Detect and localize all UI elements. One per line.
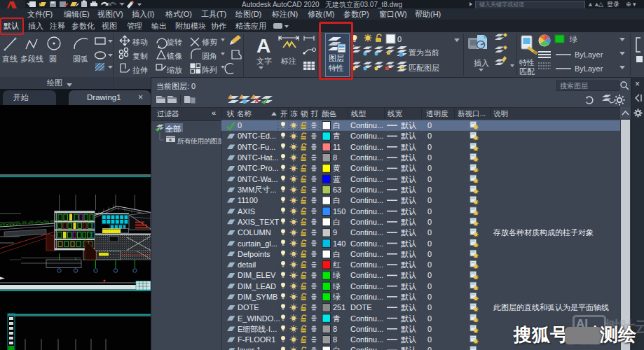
svg-text:Continu...: Continu... — [350, 143, 383, 151]
svg-text:9: 9 — [333, 228, 337, 237]
svg-text:curtain_gl...: curtain_gl... — [238, 239, 278, 248]
svg-text:青: 青 — [333, 314, 341, 323]
svg-text:Continu...: Continu... — [350, 260, 383, 269]
svg-text:白: 白 — [333, 218, 341, 226]
svg-text:DOTE: DOTE — [350, 303, 372, 312]
svg-text:Continu...: Continu... — [350, 250, 383, 258]
svg-text:默认: 默认 — [401, 314, 416, 323]
svg-text:默认: 默认 — [401, 282, 416, 290]
svg-text:默认: 默认 — [401, 250, 416, 258]
svg-text:绿: 绿 — [332, 293, 341, 301]
svg-text:DIM_ELEV: DIM_ELEV — [238, 271, 276, 279]
svg-text:0: 0 — [427, 207, 432, 216]
svg-text:白: 白 — [333, 121, 341, 130]
svg-text:0NTC-Pro...: 0NTC-Pro... — [238, 164, 279, 172]
svg-text:青: 青 — [333, 132, 341, 140]
svg-text:0: 0 — [427, 228, 432, 237]
svg-text:Continu...: Continu... — [350, 271, 383, 279]
svg-text:0: 0 — [427, 121, 432, 130]
svg-text:默认: 默认 — [401, 186, 416, 194]
svg-text:F-FLOOR1: F-FLOOR1 — [238, 335, 275, 344]
svg-text:默认: 默认 — [401, 335, 416, 344]
svg-text:E_WINDO...: E_WINDO... — [238, 314, 280, 323]
svg-text:绿: 绿 — [332, 271, 341, 279]
svg-text:蓝: 蓝 — [333, 175, 341, 183]
svg-text:默认: 默认 — [401, 271, 416, 279]
svg-text:COLUMN: COLUMN — [238, 228, 271, 237]
svg-text:150: 150 — [333, 207, 345, 216]
svg-text:8: 8 — [333, 335, 337, 344]
svg-text:A: A — [256, 35, 270, 57]
svg-text:251: 251 — [333, 303, 345, 312]
svg-text:3MM尺寸...: 3MM尺寸... — [238, 186, 277, 194]
svg-text:默认: 默认 — [401, 175, 416, 183]
svg-text:默认: 默认 — [401, 325, 416, 333]
svg-text:0NTC-Ed...: 0NTC-Ed... — [238, 132, 276, 140]
svg-text:0: 0 — [427, 239, 432, 248]
svg-text:0: 0 — [427, 346, 432, 350]
svg-text:默认: 默认 — [401, 143, 416, 151]
svg-text:detail: detail — [238, 260, 256, 269]
svg-text:0: 0 — [427, 132, 432, 140]
svg-text:8: 8 — [333, 153, 337, 162]
svg-text:Continu...: Continu... — [350, 325, 383, 333]
svg-text:默认: 默认 — [401, 239, 416, 248]
svg-text:Continu...: Continu... — [350, 132, 383, 140]
svg-text:0: 0 — [427, 250, 432, 258]
svg-text:存放各种材质构成的柱子对象: 存放各种材质构成的柱子对象 — [493, 228, 594, 237]
svg-text:Continu...: Continu... — [350, 121, 383, 130]
svg-text:Continu...: Continu... — [350, 228, 383, 237]
svg-text:0: 0 — [427, 196, 432, 204]
svg-text:黄: 黄 — [333, 164, 341, 172]
svg-text:0: 0 — [427, 175, 432, 183]
svg-text:0: 0 — [427, 325, 432, 333]
svg-text:默认: 默认 — [401, 293, 416, 301]
svg-text:Continu...: Continu... — [350, 218, 383, 226]
svg-text:白: 白 — [333, 250, 341, 258]
svg-text:默认: 默认 — [401, 132, 416, 140]
svg-text:0NTC-Fu...: 0NTC-Fu... — [238, 143, 275, 151]
svg-text:0: 0 — [427, 335, 432, 344]
svg-text:E细部线-I...: E细部线-I... — [238, 325, 277, 333]
svg-text:Continu...: Continu... — [350, 164, 383, 172]
svg-text:140: 140 — [333, 239, 345, 248]
svg-text:0: 0 — [427, 186, 432, 194]
svg-text:0: 0 — [427, 303, 432, 312]
svg-text:默认: 默认 — [401, 196, 416, 204]
svg-text:白: 白 — [333, 346, 341, 350]
svg-text:默认: 默认 — [401, 346, 416, 350]
svg-text:默认: 默认 — [401, 153, 416, 162]
svg-text:Continu...: Continu... — [350, 239, 383, 248]
svg-text:默认: 默认 — [401, 228, 416, 237]
svg-text:layer 1: layer 1 — [238, 346, 261, 350]
svg-text:0: 0 — [427, 153, 432, 162]
svg-text:默认: 默认 — [401, 260, 416, 269]
svg-text:绿: 绿 — [332, 282, 341, 290]
svg-text:DIM_LEAD: DIM_LEAD — [238, 282, 276, 290]
svg-text:DOTE: DOTE — [238, 303, 259, 312]
svg-text:DIM_SYMB: DIM_SYMB — [238, 293, 278, 301]
svg-text:Continu...: Continu... — [350, 282, 383, 290]
svg-text:Continu...: Continu... — [350, 293, 383, 301]
svg-text:默认: 默认 — [401, 303, 416, 312]
svg-text:默认: 默认 — [401, 164, 416, 172]
svg-text:0: 0 — [427, 260, 432, 269]
svg-text:0: 0 — [427, 143, 432, 151]
svg-text:8: 8 — [333, 325, 337, 333]
svg-text:Continu...: Continu... — [350, 207, 383, 216]
svg-text:0: 0 — [427, 282, 432, 290]
svg-text:Continu...: Continu... — [350, 153, 383, 162]
svg-text:Continu...: Continu... — [350, 175, 383, 183]
svg-text:Continu...: Continu... — [350, 186, 383, 194]
svg-text:0: 0 — [427, 218, 432, 226]
svg-text:默认: 默认 — [401, 207, 416, 216]
svg-text:0NTC-Hat...: 0NTC-Hat... — [238, 153, 279, 162]
svg-text:0: 0 — [427, 293, 432, 301]
svg-text:0: 0 — [238, 121, 242, 130]
svg-text:0NTC-Wa...: 0NTC-Wa... — [238, 175, 278, 183]
svg-text:11: 11 — [333, 143, 341, 151]
svg-text:AXIS: AXIS — [238, 207, 255, 216]
svg-text:Defpoints: Defpoints — [238, 250, 270, 258]
svg-text:默认: 默认 — [401, 218, 416, 226]
svg-text:11100: 11100 — [238, 196, 258, 204]
